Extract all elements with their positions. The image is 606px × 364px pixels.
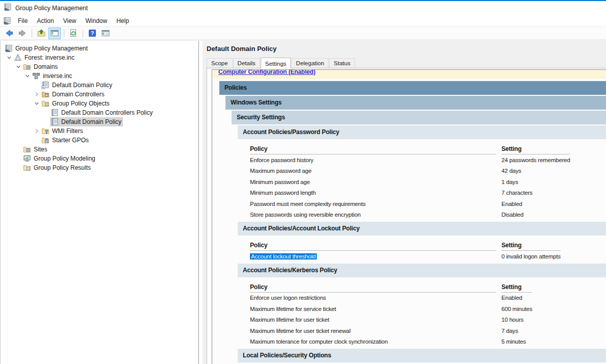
tree-item-group-policy-results[interactable]: Group Policy Results	[1, 163, 198, 172]
policy-column-header: Policy	[250, 240, 496, 251]
tab-scope[interactable]: Scope	[207, 58, 233, 68]
new-window-button[interactable]	[99, 28, 112, 39]
gpo-title: Default Domain Policy	[207, 45, 606, 53]
band-windows-settings[interactable]: Windows Settings	[225, 96, 606, 110]
band-local-policies-security-options[interactable]: Local Policies/Security Options	[238, 349, 606, 362]
policy-cell: Maximum password age	[250, 166, 496, 177]
policy-row-enforce-password-history[interactable]: Enforce password history24 passwords rem…	[250, 154, 570, 166]
tab-strip: ScopeDetailsSettingsDelegationStatus	[207, 57, 606, 68]
setting-cell: Enabled	[501, 293, 532, 304]
menu-window[interactable]: Window	[81, 16, 112, 25]
tree-item-default-domain-policy[interactable]: Default Domain Policy	[1, 117, 198, 126]
report-level-security-settings: Security SettingsAccount Policies/Passwo…	[232, 111, 606, 362]
setting-cell: 1 days	[501, 176, 570, 188]
tree-item-default-domain-controllers-policy[interactable]: Default Domain Controllers Policy	[1, 108, 198, 117]
forward-arrow-icon	[18, 29, 27, 38]
gpmc-child-window-icon	[3, 17, 11, 25]
computer-configuration-band: Computer Configuration (Enabled)	[213, 69, 606, 79]
tab-details[interactable]: Details	[233, 58, 260, 68]
tree-item-domain-controllers[interactable]: Domain Controllers	[1, 90, 198, 99]
setting-cell: 0 invalid logon attempts	[501, 251, 561, 262]
menu-file[interactable]: File	[13, 16, 32, 25]
menu-action[interactable]: Action	[32, 16, 58, 25]
up-one-level-button[interactable]	[35, 28, 47, 39]
policy-row-maximum-lifetime-for-user-ticket-renewal[interactable]: Maximum lifetime for user ticket renewal…	[250, 325, 532, 336]
policy-cell: Maximum lifetime for user ticket renewal	[250, 325, 496, 336]
setting-cell: 7 days	[501, 325, 532, 336]
toolbar: ?	[0, 27, 606, 40]
band-account-policies-password-policy[interactable]: Account Policies/Password Policy	[238, 125, 606, 139]
band-account-policies-account-lockout-policy[interactable]: Account Policies/Account Lockout Policy	[238, 222, 606, 236]
tree-item-label: Default Domain Policy	[52, 81, 112, 89]
forward-button[interactable]	[16, 28, 29, 39]
policy-row-minimum-password-length[interactable]: Minimum password length7 characters	[250, 188, 570, 199]
tree-item-starter-gpos[interactable]: Starter GPOs	[1, 136, 198, 145]
tree-item-label: Group Policy Management	[15, 44, 88, 53]
tab-delegation[interactable]: Delegation	[291, 58, 329, 68]
pane-splitter[interactable]	[199, 41, 203, 364]
tree-item-wmi-filters[interactable]: WMI Filters	[1, 126, 198, 136]
refresh-button[interactable]	[67, 28, 80, 39]
policy-row-minimum-password-age[interactable]: Minimum password age1 days	[250, 176, 570, 188]
policy-cell: Account lockout threshold	[250, 251, 496, 262]
policy-row-account-lockout-threshold[interactable]: Account lockout threshold0 invalid logon…	[250, 251, 561, 262]
selected-policy-text[interactable]: Account lockout threshold	[250, 253, 317, 259]
tree-item-group-policy-management[interactable]: Group Policy Management	[1, 44, 198, 53]
setting-column-header: Setting	[501, 240, 561, 251]
tree-item-label: Forest: inverse.inc	[24, 54, 74, 62]
chevron-open-icon[interactable]	[14, 63, 22, 71]
help-button[interactable]: ?	[86, 28, 98, 39]
band-security-settings[interactable]: Security Settings	[232, 111, 606, 124]
tree-item-sites[interactable]: Sites	[1, 145, 198, 154]
tree-item-label: Default Domain Controllers Policy	[61, 109, 153, 117]
help-icon: ?	[88, 29, 97, 38]
tree-item-domains[interactable]: Domains	[1, 62, 198, 71]
chevron-open-icon[interactable]	[33, 99, 41, 108]
policy-table-account-policies-account-lockout-policy: PolicySettingAccount lockout threshold0 …	[245, 240, 566, 262]
details-pane: Default Domain Policy ScopeDetailsSettin…	[203, 41, 606, 364]
setting-cell: 600 minutes	[501, 303, 532, 315]
tab-settings[interactable]: Settings	[261, 58, 291, 68]
settings-report: Computer Configuration (Enabled)Policies…	[212, 69, 606, 364]
toolbar-separator	[32, 29, 32, 38]
menu-help[interactable]: Help	[112, 16, 134, 25]
tab-status[interactable]: Status	[329, 58, 355, 68]
domains-folder-icon	[23, 63, 31, 71]
policy-row-maximum-password-age[interactable]: Maximum password age42 days	[250, 166, 570, 177]
tree-item-label: Group Policy Results	[34, 164, 91, 172]
wmi-filters-folder-icon	[41, 127, 49, 135]
computer-configuration-header[interactable]: Computer Configuration (Enabled)	[218, 69, 315, 75]
show-console-tree-button[interactable]	[48, 28, 61, 39]
chevron-spacer	[14, 164, 22, 172]
tree-item-label: Starter GPOs	[52, 136, 89, 144]
policy-row-store-passwords-using-reversible-encryption[interactable]: Store passwords using reversible encrypt…	[250, 210, 570, 221]
setting-cell: Disabled	[501, 210, 570, 221]
back-arrow-icon	[5, 29, 14, 38]
band-account-policies-kerberos-policy[interactable]: Account Policies/Kerberos Policy	[238, 264, 606, 277]
sites-folder-icon	[23, 145, 31, 153]
setting-cell: Enabled	[501, 198, 570, 210]
tree-item-group-policy-objects[interactable]: Group Policy Objects	[1, 99, 198, 108]
tree-item-group-policy-modeling[interactable]: Group Policy Modeling	[1, 154, 198, 163]
policy-row-maximum-lifetime-for-user-ticket[interactable]: Maximum lifetime for user ticket10 hours	[250, 315, 532, 326]
policy-row-maximum-tolerance-for-computer-clock-synchronization[interactable]: Maximum tolerance for computer clock syn…	[250, 336, 532, 348]
domain-icon	[32, 72, 40, 80]
tree-item-default-domain-policy[interactable]: Default Domain Policy	[1, 81, 198, 90]
tree-item-inverse-inc[interactable]: inverse.inc	[1, 71, 198, 81]
policy-row-password-must-meet-complexity-requirements[interactable]: Password must meet complexity requiremen…	[250, 198, 570, 210]
chevron-spacer	[14, 154, 22, 163]
policy-row-enforce-user-logon-restrictions[interactable]: Enforce user logon restrictionsEnabled	[250, 293, 532, 304]
gpmc-app-icon	[4, 3, 12, 13]
band-policies[interactable]: Policies	[219, 81, 606, 95]
back-button[interactable]	[3, 28, 15, 39]
policy-cell: Password must meet complexity requiremen…	[250, 198, 496, 210]
policy-row-maximum-lifetime-for-service-ticket[interactable]: Maximum lifetime for service ticket600 m…	[250, 303, 532, 315]
chevron-open-icon[interactable]	[5, 54, 13, 62]
chevron-closed-icon[interactable]	[33, 127, 41, 135]
tree-item-forest-inverse-inc[interactable]: Forest: inverse.inc	[1, 53, 198, 62]
chevron-open-icon[interactable]	[23, 72, 32, 80]
settings-tab-page: Computer Configuration (Enabled)Policies…	[207, 68, 606, 364]
menu-view[interactable]: View	[59, 16, 81, 25]
chevron-closed-icon[interactable]	[33, 90, 41, 98]
setting-column-header: Setting	[501, 144, 570, 154]
